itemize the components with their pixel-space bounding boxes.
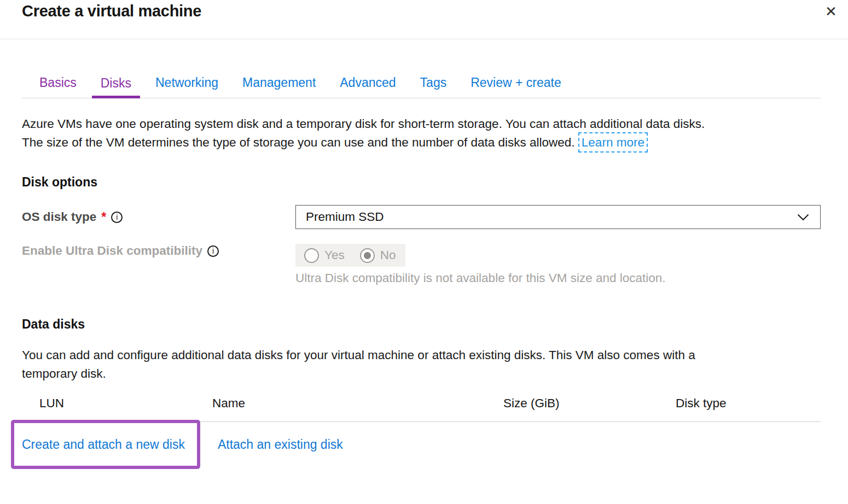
- ultra-disk-helper-text: Ultra Disk compatibility is not availabl…: [295, 270, 821, 286]
- intro-line-2: The size of the VM determines the type o…: [22, 136, 575, 149]
- ultra-disk-label: Enable Ultra Disk compatibility: [22, 244, 202, 258]
- os-disk-type-select[interactable]: Premium SSD: [295, 205, 821, 229]
- data-disks-table-header: LUN Name Size (GiB) Disk type: [22, 392, 821, 421]
- create-vm-dialog: Create a virtual machine ✕ Basics Disks …: [0, 0, 848, 504]
- os-disk-type-row: OS disk type * i Premium SSD: [22, 205, 821, 229]
- required-asterisk: *: [101, 210, 106, 225]
- ultra-disk-radio-no[interactable]: No: [360, 248, 396, 263]
- radio-no-label: No: [380, 248, 396, 262]
- data-disks-actions-row: Create and attach a new disk Attach an e…: [22, 420, 821, 469]
- dialog-header: Create a virtual machine ✕: [0, 0, 848, 39]
- wizard-tabbar: Basics Disks Networking Management Advan…: [22, 75, 821, 98]
- create-and-attach-new-disk-link[interactable]: Create and attach a new disk: [22, 437, 185, 452]
- column-header-name: Name: [212, 396, 503, 411]
- ultra-disk-row: Enable Ultra Disk compatibility i Yes No…: [22, 244, 821, 286]
- tab-basics[interactable]: Basics: [31, 75, 85, 98]
- annotation-highlight-box: Create and attach a new disk: [11, 420, 200, 469]
- info-icon[interactable]: i: [111, 212, 123, 223]
- column-header-size-gib: Size (GiB): [503, 396, 676, 411]
- os-disk-type-value: Premium SSD: [306, 210, 384, 224]
- tab-networking[interactable]: Networking: [147, 75, 227, 98]
- data-disks-heading: Data disks: [22, 317, 821, 332]
- column-header-lun: LUN: [39, 396, 212, 411]
- tab-advanced[interactable]: Advanced: [331, 75, 404, 98]
- ultra-disk-radio-group: Yes No: [295, 244, 405, 267]
- tab-disks[interactable]: Disks: [92, 76, 140, 98]
- attach-existing-disk-link[interactable]: Attach an existing disk: [218, 437, 343, 452]
- tab-management[interactable]: Management: [234, 75, 324, 98]
- chevron-down-icon: [797, 214, 809, 221]
- radio-yes-label: Yes: [324, 248, 345, 262]
- column-header-disk-type: Disk type: [676, 396, 821, 411]
- data-disks-description: You can add and configure additional dat…: [22, 346, 821, 383]
- data-disks-description-line-1: You can add and configure additional dat…: [22, 348, 695, 362]
- ultra-disk-radio-yes[interactable]: Yes: [304, 248, 345, 263]
- learn-more-link[interactable]: Learn more: [582, 136, 644, 149]
- os-disk-type-label-group: OS disk type * i: [22, 210, 295, 225]
- radio-selected-icon: [360, 248, 375, 263]
- page-title: Create a virtual machine: [22, 0, 821, 20]
- close-icon[interactable]: ✕: [822, 2, 840, 21]
- disk-options-heading: Disk options: [22, 175, 821, 190]
- radio-unselected-icon: [304, 248, 319, 263]
- tab-review-create[interactable]: Review + create: [462, 75, 570, 98]
- tab-tags[interactable]: Tags: [411, 75, 456, 98]
- info-icon[interactable]: i: [207, 245, 219, 257]
- os-disk-type-label: OS disk type: [22, 210, 96, 224]
- intro-text: Azure VMs have one operating system disk…: [22, 115, 821, 152]
- data-disks-description-line-2: temporary disk.: [22, 367, 106, 380]
- ultra-disk-label-group: Enable Ultra Disk compatibility i: [22, 244, 295, 258]
- intro-line-1: Azure VMs have one operating system disk…: [22, 117, 705, 131]
